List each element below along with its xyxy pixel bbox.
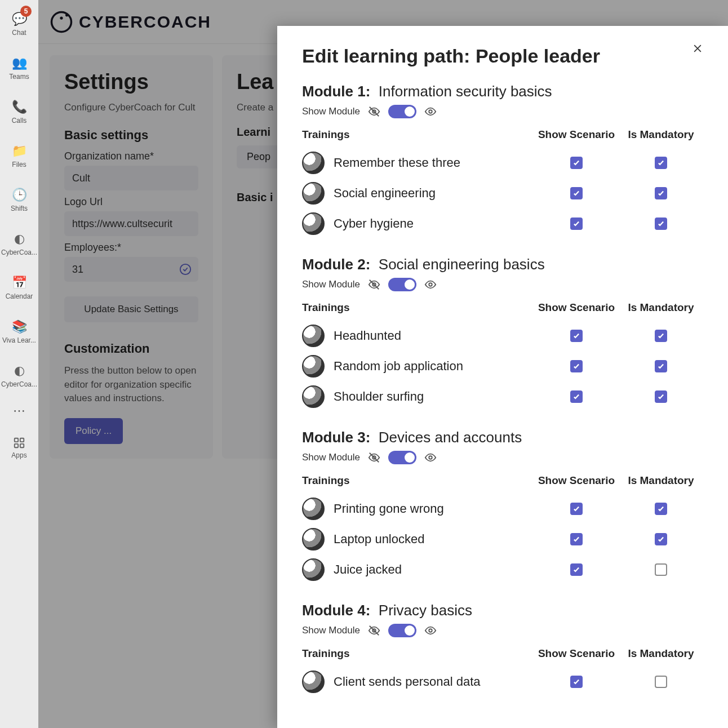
training-name: Printing gone wrong [334,501,444,516]
svg-rect-2 [15,444,18,447]
rail-icon: 📚 [12,319,27,334]
svg-point-16 [429,456,432,459]
training-avatar-icon [302,385,325,408]
show-scenario-checkbox[interactable] [570,676,583,688]
show-module-toggle[interactable] [388,624,416,637]
training-name: Shoulder surfing [334,389,424,404]
is-mandatory-checkbox[interactable] [655,360,667,372]
rail-item-files[interactable]: 📁Files [0,134,38,178]
training-avatar-icon [302,355,325,378]
show-scenario-checkbox[interactable] [570,157,583,169]
rail-label: Calls [12,117,27,125]
rail-more[interactable]: ⋯ [0,398,38,426]
rail-item-cybercoa[interactable]: ◐CyberCoa... [0,222,38,266]
th-trainings: Trainings [302,301,534,314]
teams-left-rail: 5💬Chat👥Teams📞Calls📁Files🕒Shifts◐CyberCoa… [0,0,38,728]
training-name: Random job application [334,359,463,374]
training-avatar-icon [302,498,325,520]
svg-point-19 [429,629,432,632]
rail-label: Viva Lear... [2,336,36,344]
show-scenario-checkbox[interactable] [570,187,583,199]
show-module-label: Show Module [302,106,360,117]
show-scenario-checkbox[interactable] [570,533,583,545]
module-block: Module 3: Devices and accounts Show Modu… [302,429,703,585]
show-module-label: Show Module [302,452,360,463]
rail-item-calendar[interactable]: 📅Calendar [0,266,38,310]
is-mandatory-checkbox[interactable] [655,503,667,515]
training-header-row: Trainings Show Scenario Is Mandatory [302,647,703,660]
module-heading: Module 1: Information security basics [302,83,703,100]
eye-off-icon [368,451,380,464]
th-is-mandatory: Is Mandatory [619,647,703,660]
rail-label: Chat [12,29,26,37]
training-row: Cyber hygiene [302,208,703,239]
eye-on-icon [424,278,437,291]
is-mandatory-checkbox[interactable] [655,533,667,545]
show-scenario-checkbox[interactable] [570,360,583,372]
training-row: Remember these three [302,148,703,178]
th-is-mandatory: Is Mandatory [619,128,703,141]
rail-icon: 📞 [12,100,27,114]
rail-item-chat[interactable]: 5💬Chat [0,2,38,46]
show-module-toggle[interactable] [388,451,416,464]
show-scenario-checkbox[interactable] [570,217,583,230]
rail-label: CyberCoa... [1,380,37,388]
is-mandatory-checkbox[interactable] [655,676,667,688]
training-name: Social engineering [334,186,436,201]
training-avatar-icon [302,212,325,235]
show-scenario-checkbox[interactable] [570,563,583,576]
show-module-toggle[interactable] [388,105,416,118]
rail-item-calls[interactable]: 📞Calls [0,90,38,134]
svg-point-10 [429,110,432,113]
rail-icon: ◐ [14,232,25,246]
is-mandatory-checkbox[interactable] [655,330,667,342]
training-header-row: Trainings Show Scenario Is Mandatory [302,301,703,314]
training-avatar-icon [302,152,325,174]
rail-label: Files [12,161,26,168]
close-button[interactable] [692,43,703,54]
training-row: Social engineering [302,178,703,208]
rail-label: Calendar [6,292,33,300]
module-heading: Module 2: Social engineering basics [302,256,703,273]
rail-apps[interactable]: Apps [0,426,38,470]
training-row: Random job application [302,351,703,381]
rail-apps-label: Apps [11,451,26,459]
rail-icon: ◐ [14,363,25,378]
training-row: Shoulder surfing [302,381,703,412]
show-scenario-checkbox[interactable] [570,390,583,403]
svg-point-13 [429,283,432,286]
rail-item-teams[interactable]: 👥Teams [0,46,38,90]
training-row: Juice jacked [302,554,703,585]
is-mandatory-checkbox[interactable] [655,187,667,199]
training-avatar-icon [302,671,325,693]
rail-item-cybercoa[interactable]: ◐CyberCoa... [0,354,38,398]
svg-rect-0 [15,438,18,442]
is-mandatory-checkbox[interactable] [655,217,667,230]
show-module-toggle[interactable] [388,278,416,291]
is-mandatory-checkbox[interactable] [655,390,667,403]
training-row: Laptop unlocked [302,524,703,554]
th-show-scenario: Show Scenario [534,301,619,314]
rail-item-shifts[interactable]: 🕒Shifts [0,178,38,222]
eye-on-icon [424,451,437,464]
rail-item-vivalear[interactable]: 📚Viva Lear... [0,310,38,354]
eye-on-icon [424,624,437,637]
is-mandatory-checkbox[interactable] [655,563,667,576]
is-mandatory-checkbox[interactable] [655,157,667,169]
apps-icon [13,437,25,449]
module-heading: Module 3: Devices and accounts [302,429,703,446]
th-show-scenario: Show Scenario [534,647,619,660]
show-scenario-checkbox[interactable] [570,503,583,515]
show-scenario-checkbox[interactable] [570,330,583,342]
training-avatar-icon [302,558,325,581]
eye-off-icon [368,105,380,118]
module-block: Module 2: Social engineering basics Show… [302,256,703,412]
th-show-scenario: Show Scenario [534,128,619,141]
th-trainings: Trainings [302,474,534,487]
show-module-label: Show Module [302,625,360,636]
rail-label: Shifts [11,205,28,212]
rail-label: CyberCoa... [1,248,37,256]
training-row: Client sends personal data [302,667,703,697]
close-icon [692,43,703,54]
training-name: Remember these three [334,156,460,170]
